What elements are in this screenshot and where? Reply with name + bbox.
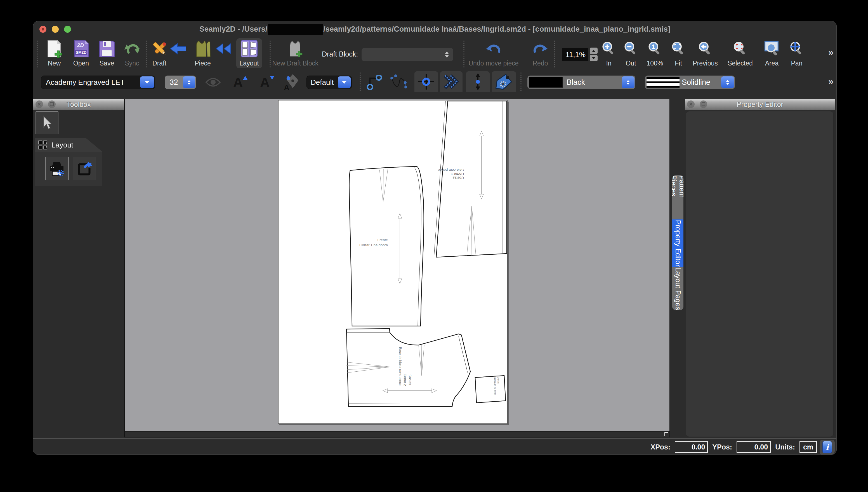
zoom-area-icon: [764, 40, 780, 58]
vertical-arrow-icon: [472, 73, 483, 91]
zoom-pan-button[interactable]: Pan: [786, 40, 808, 67]
zoom-area-button[interactable]: Area: [760, 40, 784, 67]
zoom-100-icon: 1: [647, 40, 663, 58]
horizontal-scrollbar[interactable]: [125, 431, 669, 437]
move-vertical-tool-button[interactable]: [466, 71, 490, 92]
line-type-swatch: [647, 77, 680, 88]
toolbox-tab-layout[interactable]: Layout: [35, 138, 102, 152]
open-file-icon: 2D SM2D: [73, 40, 89, 58]
font-size-spinner[interactable]: 32: [165, 76, 196, 89]
group-select[interactable]: Default: [307, 76, 352, 89]
new-draft-block-button[interactable]: New Draft Block: [271, 40, 319, 67]
curve-tool-icon[interactable]: [390, 74, 407, 91]
node-point-tool-icon[interactable]: [367, 75, 382, 90]
font-family-dropdown-cap[interactable]: [140, 76, 154, 88]
line-type-select[interactable]: Solidline: [645, 76, 735, 89]
chevron-up-icon: [726, 80, 729, 82]
draft-pencil-icon: [150, 40, 168, 58]
font-increase-button[interactable]: A: [232, 74, 248, 90]
svg-text:A: A: [233, 75, 243, 90]
draft-block-select[interactable]: [362, 48, 453, 61]
piece-garment-icon: [194, 40, 211, 58]
show-labels-eye-icon[interactable]: [205, 76, 221, 88]
zoom-fit-button[interactable]: Fit: [668, 40, 688, 67]
mirror-tool-button[interactable]: [440, 71, 463, 92]
arrow-left-icon: [170, 42, 189, 55]
dock-float-icon[interactable]: ❐: [48, 100, 56, 108]
print-layout-button[interactable]: [45, 157, 69, 180]
toolbox-title: Toolbox: [67, 100, 90, 108]
new-draft-block-icon: [287, 40, 304, 58]
layout-mode-button[interactable]: Layout: [236, 38, 262, 68]
resize-grip[interactable]: [664, 432, 668, 436]
toolbox-header: ✕ ❐ Toolbox: [33, 99, 124, 110]
properties-tag-button[interactable]: [492, 71, 516, 92]
dock-float-icon[interactable]: ❐: [700, 100, 707, 108]
zoom-in-button[interactable]: In: [598, 40, 620, 67]
xpos-value: 0.00: [675, 441, 708, 453]
tab-pattern-pieces[interactable]: Pattern Pieces: [672, 175, 683, 219]
pen-style-button[interactable]: A: [283, 74, 299, 91]
chevron-down-icon: [342, 81, 346, 84]
color-select[interactable]: Black: [527, 76, 635, 89]
pattern-piece-skirt-front[interactable]: Frente Cortar 1 na dobra: [349, 167, 424, 326]
svg-text:Cortar 2: Cortar 2: [403, 374, 407, 386]
move-point-tool-button[interactable]: [415, 71, 438, 92]
draft-block-label: Draft Block:: [322, 50, 358, 58]
toolbar-format-overflow-button[interactable]: »: [828, 76, 833, 87]
zoom-window-button[interactable]: [64, 26, 71, 33]
minimize-window-button[interactable]: [52, 26, 59, 33]
pattern-piece-bodice-back[interactable]: Costas Cortar 2 Base de blusa com pence: [346, 328, 470, 407]
font-size-spin-cap[interactable]: [183, 76, 195, 88]
zoom-out-button[interactable]: Out: [620, 40, 642, 67]
tab-layout-pages[interactable]: Layout Pages: [672, 267, 683, 310]
close-window-button[interactable]: [40, 26, 46, 33]
draft-mode-button[interactable]: Draft: [149, 40, 170, 67]
dock-close-icon[interactable]: ✕: [35, 100, 43, 108]
font-family-select[interactable]: Academy Engraved LET: [41, 76, 155, 89]
statusbar: XPos: 0.00 YPos: 0.00 Units: cm i: [33, 438, 836, 455]
pattern-piece-skirt-back[interactable]: Costas Cortar 2 Saia com pence: [434, 101, 507, 257]
spinner-down-button[interactable]: [590, 55, 598, 61]
new-button[interactable]: New: [42, 40, 67, 67]
tab-property-editor[interactable]: Property Editor: [672, 219, 683, 267]
info-button[interactable]: i: [822, 441, 832, 453]
redo-button[interactable]: Redo: [528, 40, 553, 67]
svg-text:2D: 2D: [77, 42, 84, 48]
dock-close-icon[interactable]: ✕: [687, 100, 694, 108]
pattern-piece-test-square[interactable]: Quadrado de teste 10 cm: [475, 375, 506, 403]
layout-page: Costas Cortar 2 Saia com pence: [278, 100, 507, 424]
zoom-percent-spinner[interactable]: [590, 48, 598, 61]
color-dropdown-cap[interactable]: [622, 76, 634, 88]
export-layout-button[interactable]: [73, 157, 96, 180]
chevron-down-icon: [445, 55, 449, 58]
spinner-up-button[interactable]: [590, 48, 598, 54]
svg-text:Cortar 1 na dobra: Cortar 1 na dobra: [359, 243, 388, 247]
svg-text:A: A: [260, 75, 270, 90]
units-label: Units:: [775, 443, 795, 451]
svg-text:Quadrado de teste: Quadrado de teste: [494, 375, 496, 395]
ypos-value: 0.00: [737, 441, 771, 453]
line-type-dropdown-cap[interactable]: [721, 76, 734, 88]
zoom-100-button[interactable]: 1 100%: [643, 40, 667, 67]
chevron-down-icon: [145, 81, 149, 84]
property-editor-title: Property Editor: [737, 100, 783, 108]
zoom-selected-button[interactable]: Selected: [724, 40, 757, 67]
chevron-up-icon: [626, 80, 630, 82]
piece-mode-button[interactable]: Piece: [191, 40, 214, 67]
select-arrow-tool-button[interactable]: [35, 112, 58, 134]
save-button[interactable]: Save: [94, 40, 120, 67]
export-arrow-icon: [76, 161, 93, 177]
undo-button[interactable]: Undo move piece: [468, 40, 519, 67]
toolbar-overflow-button[interactable]: »: [828, 47, 833, 58]
group-dropdown-cap[interactable]: [338, 76, 351, 88]
zoom-previous-button[interactable]: Previous: [690, 40, 720, 67]
font-decrease-button[interactable]: A: [259, 74, 275, 90]
toolbox-panel: ✕ ❐ Toolbox Layout: [33, 99, 124, 437]
zoom-percent-input[interactable]: 11,1%: [562, 48, 588, 61]
sync-button[interactable]: Sync: [120, 40, 144, 67]
chevron-up-icon: [445, 51, 449, 54]
layout-canvas[interactable]: Costas Cortar 2 Saia com pence: [124, 99, 670, 437]
cursor-arrow-icon: [40, 115, 54, 131]
open-button[interactable]: 2D SM2D Open: [69, 40, 94, 67]
